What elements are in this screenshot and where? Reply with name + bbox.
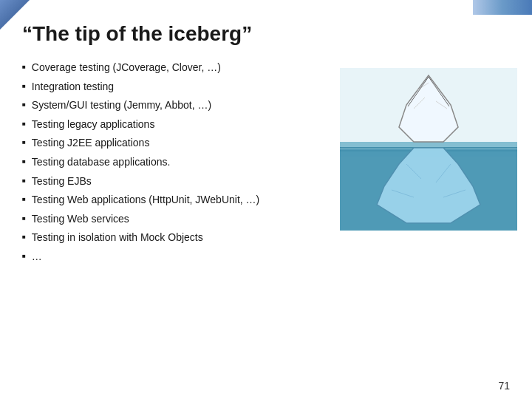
list-item: Integration testing (22, 80, 325, 95)
corner-decoration-top-right (473, 0, 532, 15)
list-item: Testing Web applications (HttpUnit, JWeb… (22, 193, 325, 208)
list-item: Testing in isolation with Mock Objects (22, 231, 325, 245)
iceberg-image (340, 68, 517, 233)
page-number: 71 (498, 380, 510, 392)
bullet-list: Coverage testing (JCoverage, Clover, …)I… (22, 61, 325, 269)
list-item: … (22, 250, 325, 265)
list-item: Testing legacy applications (22, 117, 325, 132)
list-item: Testing Web services (22, 212, 325, 227)
slide-content: “The tip of the iceberg” Coverage testin… (22, 22, 517, 377)
list-item: Coverage testing (JCoverage, Clover, …) (22, 61, 325, 75)
content-area: Coverage testing (JCoverage, Clover, …)I… (22, 61, 517, 269)
slide-title: “The tip of the iceberg” (22, 22, 517, 46)
list-item: Testing J2EE applications (22, 136, 325, 151)
list-item: Testing database applications. (22, 155, 325, 170)
list-item: Testing EJBs (22, 174, 325, 189)
list-item: System/GUI testing (Jemmy, Abbot, …) (22, 98, 325, 113)
